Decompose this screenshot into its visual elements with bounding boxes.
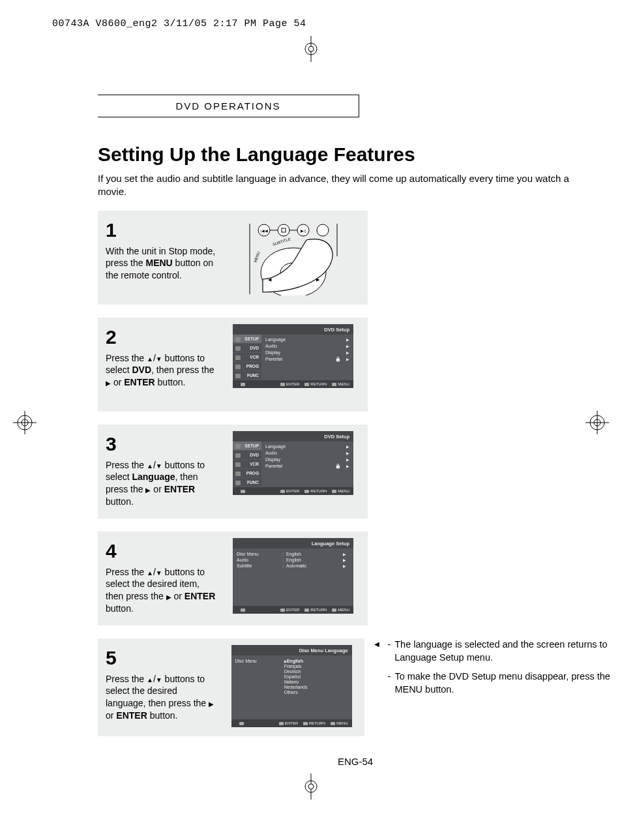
osd-tab: PROG bbox=[233, 362, 261, 371]
svg-point-22 bbox=[317, 224, 329, 236]
up-icon bbox=[147, 567, 153, 577]
osd-disc-menu-language: Disc Menu Language Disc Menu English Fra… bbox=[231, 645, 352, 727]
page-title: Setting Up the Language Features bbox=[98, 143, 613, 166]
down-icon bbox=[156, 353, 162, 363]
registration-mark-left bbox=[13, 411, 37, 437]
svg-point-17 bbox=[278, 224, 289, 236]
right-icon bbox=[106, 377, 111, 387]
step-number: 5 bbox=[106, 645, 220, 672]
osd-tab: DVD bbox=[233, 451, 261, 460]
right-icon bbox=[166, 591, 171, 601]
svg-text:▶||: ▶|| bbox=[300, 229, 306, 233]
side-notes: - The language is selected and the scree… bbox=[374, 638, 613, 736]
down-icon bbox=[156, 567, 162, 577]
lock-icon bbox=[335, 357, 341, 361]
move-icon bbox=[237, 608, 246, 612]
side-note-text: The language is selected and the screen … bbox=[394, 638, 613, 664]
osd-language-setup: Language Setup Disc Menu:English▶ Audio:… bbox=[233, 538, 353, 614]
svg-point-3 bbox=[308, 46, 314, 52]
left-arrow-icon bbox=[374, 638, 379, 664]
move-icon bbox=[235, 721, 245, 725]
osd-dvd-setup: DVD Setup SETUP DVD VCR PROG FUNC Langua… bbox=[233, 324, 353, 388]
print-runner: 00743A V8600_eng2 3/11/05 2:17 PM Page 5… bbox=[0, 0, 622, 29]
step-5: 5 Press the / buttons to select the desi… bbox=[98, 638, 364, 736]
move-icon bbox=[237, 382, 246, 386]
step-2: 2 Press the / buttons to select DVD, the… bbox=[98, 318, 368, 412]
step-4: 4 Press the / buttons to select the desi… bbox=[98, 532, 368, 625]
down-icon bbox=[156, 674, 162, 684]
section-header: DVD OPERATIONS bbox=[98, 95, 359, 117]
osd-dvd-setup: DVD Setup SETUP DVD VCR PROG FUNC Langua… bbox=[233, 431, 353, 495]
svg-text:MENU: MENU bbox=[253, 251, 261, 263]
svg-text:|◀◀: |◀◀ bbox=[260, 229, 268, 233]
step-3: 3 Press the / buttons to select Language… bbox=[98, 425, 368, 518]
osd-tab: VCR bbox=[233, 353, 261, 362]
osd-tab: FUNC bbox=[233, 371, 261, 380]
osd-tab: VCR bbox=[233, 460, 261, 469]
osd-tab: FUNC bbox=[233, 478, 261, 487]
side-note-text: To make the DVD Setup menu disappear, pr… bbox=[394, 670, 613, 696]
up-icon bbox=[147, 353, 153, 363]
osd-tab: SETUP bbox=[233, 335, 261, 344]
step-1: 1 With the unit in Stop mode, press the … bbox=[98, 211, 368, 305]
page-number: ENG-54 bbox=[98, 756, 613, 767]
move-icon bbox=[237, 489, 246, 493]
step-number: 3 bbox=[106, 431, 220, 458]
step-number: 1 bbox=[106, 217, 220, 244]
svg-text:SUBTITLE: SUBTITLE bbox=[272, 237, 291, 247]
svg-point-32 bbox=[308, 784, 314, 789]
remote-illustration: |◀◀ ▶|| SUBTITLE MENU ◀ bbox=[226, 217, 360, 295]
down-icon bbox=[156, 460, 162, 470]
crop-mark-top bbox=[0, 36, 622, 62]
crop-mark-bottom bbox=[0, 773, 622, 802]
up-icon bbox=[147, 674, 153, 684]
step-number: 4 bbox=[106, 538, 220, 565]
osd-tab: PROG bbox=[233, 469, 261, 478]
intro-text: If you set the audio and subtitle langua… bbox=[98, 172, 593, 198]
up-icon bbox=[147, 460, 153, 470]
lock-icon bbox=[335, 464, 341, 468]
right-icon bbox=[209, 698, 214, 708]
osd-tab: DVD bbox=[233, 344, 261, 353]
osd-tab: SETUP bbox=[233, 442, 261, 451]
step-number: 2 bbox=[106, 324, 220, 351]
